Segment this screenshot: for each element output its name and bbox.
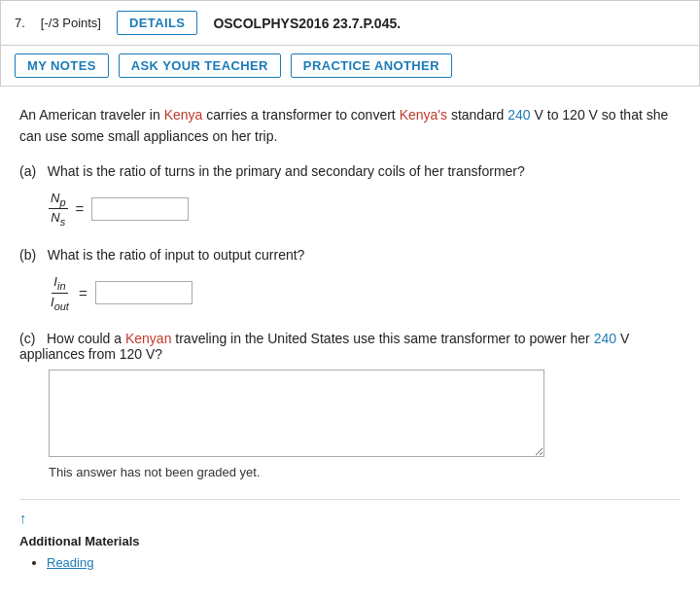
kenya-highlight-1: Kenya [164, 107, 203, 123]
iin-numerator: Iin [52, 274, 67, 294]
part-b-letter: (b) [19, 247, 36, 263]
kenya-highlight-2: Kenya's [400, 107, 447, 123]
part-c-textarea[interactable] [49, 370, 544, 457]
content-area: An American traveler in Kenya carries a … [0, 87, 700, 580]
part-a-label: (a) What is the ratio of turns in the pr… [19, 163, 681, 179]
iout-denominator: Iout [49, 294, 71, 312]
not-graded-text: This answer has not been graded yet. [49, 465, 681, 479]
part-b-fraction-row: Iin Iout = [49, 274, 192, 311]
part-a: (a) What is the ratio of turns in the pr… [19, 163, 681, 228]
part-b-question: What is the ratio of input to output cur… [48, 247, 305, 263]
ns-denominator: Ns [49, 209, 67, 228]
equals-a: = [76, 200, 85, 217]
problem-id: OSCOLPHYS2016 23.7.P.045. [213, 16, 401, 31]
part-b: (b) What is the ratio of input to output… [19, 247, 681, 311]
additional-materials-list: Reading [47, 554, 681, 570]
divider [19, 499, 681, 500]
points-label: [-/3 Points] [41, 16, 101, 30]
part-a-fraction-row: Np Ns = [49, 191, 189, 228]
question-number: 7. [15, 16, 25, 30]
part-c-label: (c) How could a Kenyan traveling in the … [19, 331, 681, 362]
reading-link[interactable]: Reading [47, 555, 93, 570]
details-button[interactable]: DETAILS [117, 11, 197, 35]
part-c-question: How could a Kenyan traveling in the Unit… [19, 331, 629, 362]
voltage-240-c: 240 [594, 331, 616, 346]
iin-iout-fraction: Iin Iout [49, 274, 71, 311]
equals-b: = [79, 285, 88, 301]
part-a-question: What is the ratio of turns in the primar… [48, 163, 525, 179]
sub-out: out [54, 300, 69, 311]
additional-materials-title: Additional Materials [19, 534, 681, 548]
sub-in: in [57, 280, 66, 292]
part-a-input[interactable] [91, 197, 189, 221]
voltage-240: 240 [508, 107, 530, 123]
reading-list-item: Reading [47, 554, 681, 570]
problem-intro: An American traveler in Kenya carries a … [19, 104, 681, 148]
part-c-letter: (c) [19, 331, 35, 346]
ask-teacher-button[interactable]: ASK YOUR TEACHER [119, 53, 281, 78]
np-ns-fraction: Np Ns [49, 191, 68, 228]
part-b-input[interactable] [95, 281, 192, 304]
np-numerator: Np [49, 191, 68, 210]
action-bar: MY NOTES ASK YOUR TEACHER PRACTICE ANOTH… [0, 46, 700, 87]
part-c: (c) How could a Kenyan traveling in the … [19, 331, 681, 479]
sub-s: s [60, 216, 66, 228]
my-notes-button[interactable]: MY NOTES [15, 53, 109, 78]
up-arrow-link[interactable]: ↑ [19, 510, 27, 526]
practice-another-button[interactable]: PRACTICE ANOTHER [291, 53, 452, 78]
sub-p: p [59, 195, 65, 207]
kenyan-highlight: Kenyan [125, 331, 171, 346]
top-bar: 7. [-/3 Points] DETAILS OSCOLPHYS2016 23… [0, 0, 700, 46]
part-b-label: (b) What is the ratio of input to output… [19, 247, 681, 263]
part-a-letter: (a) [19, 163, 36, 179]
